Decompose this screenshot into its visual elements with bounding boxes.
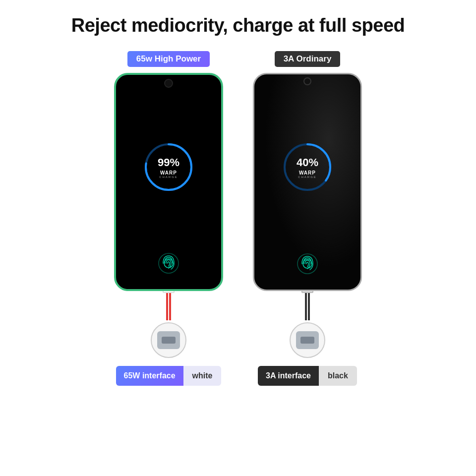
left-mute-button bbox=[114, 110, 116, 122]
left-percent: 99% bbox=[158, 156, 179, 169]
right-mute-button bbox=[253, 109, 254, 121]
right-power-button bbox=[361, 114, 362, 134]
right-phone: 40% WARP CHARGE bbox=[253, 73, 362, 291]
left-cable-area bbox=[151, 289, 186, 358]
left-warp-sublabel: CHARGE bbox=[158, 176, 179, 178]
right-label-bar: 3A interface black bbox=[258, 366, 357, 386]
right-percent: 40% bbox=[297, 156, 318, 169]
right-connector-circle bbox=[290, 322, 325, 358]
left-label-type: 65W interface bbox=[116, 366, 183, 386]
right-usb-port bbox=[300, 337, 314, 344]
right-warp-sublabel: CHARGE bbox=[297, 176, 318, 178]
left-phone-notch bbox=[164, 79, 173, 88]
right-label-color: black bbox=[319, 366, 357, 386]
right-phone-wrap: 40% WARP CHARGE bbox=[253, 73, 362, 358]
right-charge-text: 40% WARP CHARGE bbox=[297, 156, 318, 178]
right-warp-label: WARP bbox=[297, 170, 318, 176]
left-charge-circle: 99% WARP CHARGE bbox=[141, 140, 196, 194]
page-headline: Reject mediocrity, charge at full speed bbox=[71, 15, 405, 36]
right-cable-area bbox=[290, 289, 325, 358]
left-phone: 99% WARP CHARGE bbox=[114, 73, 223, 291]
right-label-type: 3A interface bbox=[258, 366, 319, 386]
left-phone-wrap: 99% WARP CHARGE bbox=[114, 73, 223, 358]
right-usb-connector bbox=[296, 331, 319, 349]
left-power-button bbox=[222, 115, 223, 134]
svg-point-2 bbox=[159, 253, 178, 273]
left-usb-connector bbox=[157, 331, 180, 349]
left-connector-circle bbox=[151, 322, 186, 358]
left-charge-text: 99% WARP CHARGE bbox=[158, 156, 179, 178]
right-fingerprint-icon bbox=[297, 253, 318, 275]
page-container: Reject mediocrity, charge at full speed … bbox=[0, 0, 476, 476]
left-volume-button bbox=[114, 127, 116, 147]
left-phone-column: 65w High Power bbox=[114, 51, 223, 386]
left-badge: 65w High Power bbox=[127, 51, 210, 67]
left-warp-label: WARP bbox=[158, 170, 179, 176]
phones-row: 65w High Power bbox=[0, 51, 476, 476]
left-usb-port bbox=[162, 337, 176, 344]
right-charge-circle: 40% WARP CHARGE bbox=[280, 140, 335, 194]
left-label-bar: 65W interface white bbox=[116, 366, 222, 386]
left-fingerprint-icon bbox=[158, 252, 179, 274]
svg-point-6 bbox=[298, 254, 317, 274]
right-badge: 3A Ordinary bbox=[275, 51, 341, 67]
left-label-color: white bbox=[183, 366, 222, 386]
right-phone-column: 3A Ordinary bbox=[253, 51, 362, 386]
right-volume-button bbox=[253, 126, 254, 146]
